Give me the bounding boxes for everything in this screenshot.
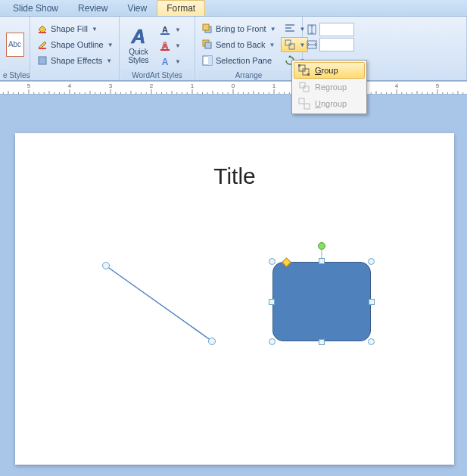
send-to-back-button[interactable]: Send to Back▼ [198, 37, 279, 52]
rounded-rectangle-shape[interactable] [272, 262, 371, 341]
regroup-icon [298, 81, 310, 93]
line-handle-start[interactable] [102, 262, 110, 269]
menu-regroup-label: Regroup [315, 82, 347, 92]
effects-icon [36, 54, 48, 67]
shape-style-preview[interactable]: Abc [6, 33, 24, 57]
svg-rect-16 [289, 44, 294, 49]
menu-item-group[interactable]: Group [294, 62, 365, 79]
text-effects-icon: A [159, 56, 171, 68]
resize-handle-se[interactable] [368, 338, 375, 345]
svg-text:A: A [162, 25, 168, 34]
group-title-arrange: Arrange [198, 70, 299, 80]
send-to-back-label: Send to Back [216, 40, 265, 49]
quick-styles-label: Quick Styles [128, 48, 148, 64]
svg-rect-127 [304, 86, 309, 92]
svg-text:5: 5 [27, 82, 31, 89]
bring-front-icon [201, 23, 213, 35]
selection-pane-label: Selection Pane [216, 56, 272, 65]
svg-text:4: 4 [395, 82, 399, 89]
shape-outline-button[interactable]: Shape Outline▼ [33, 37, 117, 52]
selection-pane-button[interactable]: Selection Pane [198, 53, 279, 68]
slide-workspace: Title [0, 95, 467, 476]
tab-review[interactable]: Review [68, 0, 117, 16]
menu-item-regroup: Regroup [294, 79, 365, 95]
group-wordart-styles: A Quick Styles A▼ A▼ A▼ WordArt Styles [120, 17, 195, 80]
text-fill-icon: A [159, 24, 171, 36]
chevron-down-icon: ▼ [270, 26, 276, 33]
chevron-down-icon: ▼ [92, 26, 98, 33]
chevron-down-icon: ▼ [175, 58, 181, 65]
svg-rect-125 [307, 73, 310, 76]
resize-handle-s[interactable] [319, 339, 325, 345]
height-input[interactable] [319, 23, 354, 36]
resize-handle-sw[interactable] [269, 338, 276, 345]
svg-rect-15 [285, 40, 291, 45]
horizontal-ruler: 54321012345 [0, 81, 467, 95]
bring-to-front-label: Bring to Front [216, 24, 266, 33]
tab-format[interactable]: Format [157, 0, 205, 16]
shape-effects-button[interactable]: Shape Effects▼ [33, 53, 115, 68]
menu-group-label: Group [315, 66, 338, 75]
svg-text:3: 3 [109, 82, 113, 89]
resize-handle-n[interactable] [319, 258, 325, 264]
resize-handle-w[interactable] [269, 299, 275, 305]
selection-pane-icon [201, 54, 213, 67]
resize-handle-nw[interactable] [269, 258, 276, 265]
send-back-icon [201, 39, 213, 51]
svg-rect-124 [298, 64, 300, 67]
resize-handle-e[interactable] [369, 299, 375, 305]
tab-slide-show[interactable]: Slide Show [3, 0, 68, 16]
slide-canvas[interactable]: Title [15, 133, 454, 465]
chevron-down-icon: ▼ [175, 42, 181, 49]
width-input[interactable] [319, 38, 354, 51]
bring-to-front-button[interactable]: Bring to Front▼ [198, 21, 279, 36]
shape-outline-label: Shape Outline [51, 40, 104, 49]
width-icon [306, 39, 318, 51]
svg-text:5: 5 [436, 82, 440, 89]
ribbon-tabs: Slide Show Review View Format [0, 0, 467, 17]
svg-text:1: 1 [272, 82, 276, 89]
chevron-down-icon: ▼ [269, 42, 275, 48]
text-effects-button[interactable]: A▼ [156, 54, 184, 70]
svg-rect-129 [304, 104, 310, 109]
svg-rect-5 [160, 33, 170, 35]
svg-rect-2 [39, 57, 46, 64]
shape-fill-label: Shape Fill [51, 24, 88, 33]
svg-rect-128 [299, 98, 304, 104]
svg-text:4: 4 [68, 82, 72, 89]
resize-handle-ne[interactable] [368, 258, 375, 265]
svg-rect-126 [300, 82, 305, 88]
group-shape-format: Shape Fill▼ Shape Outline▼ Shape Effects… [30, 17, 120, 80]
svg-text:0: 0 [232, 82, 235, 89]
text-outline-button[interactable]: A▼ [156, 39, 184, 54]
svg-rect-14 [208, 56, 212, 65]
svg-rect-1 [39, 48, 46, 49]
menu-ungroup-label: Ungroup [315, 99, 347, 108]
height-icon [306, 23, 318, 36]
chevron-down-icon: ▼ [106, 58, 112, 64]
slide-title-text[interactable]: Title [15, 163, 454, 189]
group-icon [284, 39, 296, 51]
shape-fill-button[interactable]: Shape Fill▼ [33, 21, 101, 36]
tab-view[interactable]: View [117, 0, 157, 16]
chevron-down-icon: ▼ [107, 42, 114, 48]
line-handle-end[interactable] [208, 338, 216, 345]
svg-line-130 [107, 266, 211, 341]
group-dropdown-menu: Group Regroup Ungroup [291, 60, 367, 114]
wordart-a-icon: A [128, 25, 149, 48]
pencil-icon [36, 39, 48, 51]
bucket-icon [36, 23, 48, 35]
group-icon [298, 64, 310, 76]
align-icon [284, 23, 296, 35]
quick-styles-button[interactable]: A Quick Styles [123, 20, 154, 69]
menu-item-ungroup: Ungroup [294, 95, 365, 112]
svg-rect-7 [160, 49, 170, 51]
chevron-down-icon: ▼ [175, 26, 181, 33]
text-fill-button[interactable]: A▼ [156, 23, 184, 38]
svg-rect-10 [203, 24, 209, 30]
shape-effects-label: Shape Effects [51, 56, 102, 65]
line-shape[interactable] [102, 262, 216, 345]
svg-text:A: A [162, 41, 168, 50]
svg-rect-0 [39, 32, 46, 33]
rounded-rectangle-body[interactable] [272, 262, 371, 341]
